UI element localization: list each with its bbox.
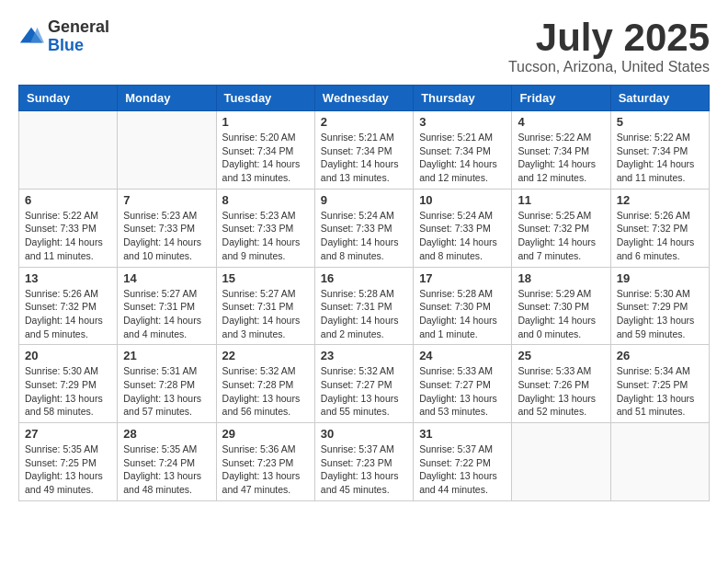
calendar-cell: 26Sunrise: 5:34 AM Sunset: 7:25 PM Dayli… — [610, 345, 709, 423]
calendar-cell: 2Sunrise: 5:21 AM Sunset: 7:34 PM Daylig… — [314, 111, 413, 190]
calendar-cell: 10Sunrise: 5:24 AM Sunset: 7:33 PM Dayli… — [414, 189, 512, 267]
calendar-cell: 11Sunrise: 5:25 AM Sunset: 7:32 PM Dayli… — [512, 189, 610, 267]
day-number: 10 — [419, 193, 506, 207]
calendar-cell: 29Sunrise: 5:36 AM Sunset: 7:23 PM Dayli… — [216, 423, 314, 501]
calendar-cell: 21Sunrise: 5:31 AM Sunset: 7:28 PM Dayli… — [118, 345, 216, 423]
weekday-header-monday: Monday — [118, 86, 216, 111]
day-number: 29 — [222, 427, 309, 441]
day-number: 21 — [123, 349, 210, 362]
day-number: 5 — [617, 115, 703, 129]
calendar-cell: 17Sunrise: 5:28 AM Sunset: 7:30 PM Dayli… — [414, 267, 512, 345]
calendar-cell: 1Sunrise: 5:20 AM Sunset: 7:34 PM Daylig… — [216, 111, 314, 190]
day-number: 4 — [518, 115, 604, 129]
weekday-header-wednesday: Wednesday — [314, 86, 413, 111]
calendar-cell: 12Sunrise: 5:26 AM Sunset: 7:32 PM Dayli… — [610, 189, 709, 267]
day-number: 14 — [123, 271, 210, 285]
day-number: 2 — [321, 115, 407, 129]
day-number: 9 — [321, 193, 407, 207]
day-number: 17 — [419, 271, 506, 285]
calendar-week-row: 1Sunrise: 5:20 AM Sunset: 7:34 PM Daylig… — [19, 111, 710, 190]
calendar-table: SundayMondayTuesdayWednesdayThursdayFrid… — [18, 85, 710, 501]
day-info: Sunrise: 5:29 AM Sunset: 7:30 PM Dayligh… — [518, 287, 604, 341]
day-number: 30 — [321, 427, 407, 441]
day-info: Sunrise: 5:21 AM Sunset: 7:34 PM Dayligh… — [419, 131, 506, 185]
day-info: Sunrise: 5:35 AM Sunset: 7:25 PM Dayligh… — [25, 442, 111, 497]
title-section: July 2025 Tucson, Arizona, United States — [508, 18, 710, 75]
calendar-cell: 14Sunrise: 5:27 AM Sunset: 7:31 PM Dayli… — [118, 267, 216, 345]
calendar-cell: 24Sunrise: 5:33 AM Sunset: 7:27 PM Dayli… — [414, 345, 512, 423]
day-info: Sunrise: 5:20 AM Sunset: 7:34 PM Dayligh… — [222, 131, 309, 185]
calendar-cell: 18Sunrise: 5:29 AM Sunset: 7:30 PM Dayli… — [512, 267, 610, 345]
weekday-header-saturday: Saturday — [610, 86, 709, 111]
logo-blue-text: Blue — [48, 37, 109, 55]
calendar-cell: 7Sunrise: 5:23 AM Sunset: 7:33 PM Daylig… — [118, 189, 216, 267]
calendar-header-row: SundayMondayTuesdayWednesdayThursdayFrid… — [19, 86, 710, 111]
day-info: Sunrise: 5:36 AM Sunset: 7:23 PM Dayligh… — [222, 442, 309, 497]
day-info: Sunrise: 5:27 AM Sunset: 7:31 PM Dayligh… — [123, 287, 210, 341]
calendar-cell — [19, 111, 118, 190]
calendar-cell: 27Sunrise: 5:35 AM Sunset: 7:25 PM Dayli… — [19, 423, 118, 501]
weekday-header-thursday: Thursday — [414, 86, 512, 111]
day-info: Sunrise: 5:33 AM Sunset: 7:26 PM Dayligh… — [518, 364, 604, 419]
day-number: 31 — [419, 427, 506, 441]
calendar-cell: 3Sunrise: 5:21 AM Sunset: 7:34 PM Daylig… — [414, 111, 512, 190]
page-header: General Blue July 2025 Tucson, Arizona, … — [18, 18, 710, 75]
day-info: Sunrise: 5:22 AM Sunset: 7:34 PM Dayligh… — [617, 131, 703, 185]
calendar-week-row: 20Sunrise: 5:30 AM Sunset: 7:29 PM Dayli… — [19, 345, 710, 423]
calendar-cell — [512, 423, 610, 501]
day-info: Sunrise: 5:22 AM Sunset: 7:34 PM Dayligh… — [518, 131, 604, 185]
day-info: Sunrise: 5:37 AM Sunset: 7:22 PM Dayligh… — [419, 442, 506, 497]
logo-icon — [18, 24, 44, 50]
day-number: 6 — [25, 193, 111, 207]
day-info: Sunrise: 5:28 AM Sunset: 7:31 PM Dayligh… — [321, 287, 407, 341]
calendar-cell: 13Sunrise: 5:26 AM Sunset: 7:32 PM Dayli… — [19, 267, 118, 345]
day-info: Sunrise: 5:32 AM Sunset: 7:28 PM Dayligh… — [222, 364, 309, 419]
day-number: 1 — [222, 115, 309, 129]
day-info: Sunrise: 5:37 AM Sunset: 7:23 PM Dayligh… — [321, 442, 407, 497]
day-info: Sunrise: 5:31 AM Sunset: 7:28 PM Dayligh… — [123, 364, 210, 419]
day-number: 24 — [419, 349, 506, 362]
calendar-subtitle: Tucson, Arizona, United States — [508, 59, 710, 75]
day-info: Sunrise: 5:22 AM Sunset: 7:33 PM Dayligh… — [25, 209, 111, 263]
logo-general-text: General — [48, 18, 109, 37]
calendar-title: July 2025 — [508, 18, 710, 57]
weekday-header-sunday: Sunday — [19, 86, 118, 111]
day-number: 12 — [617, 193, 703, 207]
day-info: Sunrise: 5:28 AM Sunset: 7:30 PM Dayligh… — [419, 287, 506, 341]
day-info: Sunrise: 5:23 AM Sunset: 7:33 PM Dayligh… — [222, 209, 309, 263]
day-number: 27 — [25, 427, 111, 441]
day-info: Sunrise: 5:23 AM Sunset: 7:33 PM Dayligh… — [123, 209, 210, 263]
day-number: 20 — [25, 349, 111, 362]
day-number: 26 — [617, 349, 703, 362]
day-info: Sunrise: 5:35 AM Sunset: 7:24 PM Dayligh… — [123, 442, 210, 497]
calendar-week-row: 6Sunrise: 5:22 AM Sunset: 7:33 PM Daylig… — [19, 189, 710, 267]
calendar-cell: 20Sunrise: 5:30 AM Sunset: 7:29 PM Dayli… — [19, 345, 118, 423]
day-number: 23 — [321, 349, 407, 362]
day-number: 3 — [419, 115, 506, 129]
day-info: Sunrise: 5:26 AM Sunset: 7:32 PM Dayligh… — [617, 209, 703, 263]
calendar-cell: 4Sunrise: 5:22 AM Sunset: 7:34 PM Daylig… — [512, 111, 610, 190]
day-info: Sunrise: 5:34 AM Sunset: 7:25 PM Dayligh… — [617, 364, 703, 419]
day-number: 16 — [321, 271, 407, 285]
day-number: 25 — [518, 349, 604, 362]
calendar-cell: 15Sunrise: 5:27 AM Sunset: 7:31 PM Dayli… — [216, 267, 314, 345]
logo: General Blue — [18, 18, 109, 55]
calendar-cell: 23Sunrise: 5:32 AM Sunset: 7:27 PM Dayli… — [314, 345, 413, 423]
day-number: 15 — [222, 271, 309, 285]
calendar-week-row: 13Sunrise: 5:26 AM Sunset: 7:32 PM Dayli… — [19, 267, 710, 345]
day-number: 7 — [123, 193, 210, 207]
calendar-cell: 28Sunrise: 5:35 AM Sunset: 7:24 PM Dayli… — [118, 423, 216, 501]
day-info: Sunrise: 5:30 AM Sunset: 7:29 PM Dayligh… — [617, 287, 703, 341]
day-number: 11 — [518, 193, 604, 207]
day-info: Sunrise: 5:24 AM Sunset: 7:33 PM Dayligh… — [321, 209, 407, 263]
calendar-cell: 8Sunrise: 5:23 AM Sunset: 7:33 PM Daylig… — [216, 189, 314, 267]
weekday-header-friday: Friday — [512, 86, 610, 111]
calendar-cell — [610, 423, 709, 501]
day-number: 13 — [25, 271, 111, 285]
day-number: 18 — [518, 271, 604, 285]
day-number: 28 — [123, 427, 210, 441]
day-info: Sunrise: 5:21 AM Sunset: 7:34 PM Dayligh… — [321, 131, 407, 185]
day-number: 8 — [222, 193, 309, 207]
calendar-cell: 9Sunrise: 5:24 AM Sunset: 7:33 PM Daylig… — [314, 189, 413, 267]
calendar-cell — [118, 111, 216, 190]
